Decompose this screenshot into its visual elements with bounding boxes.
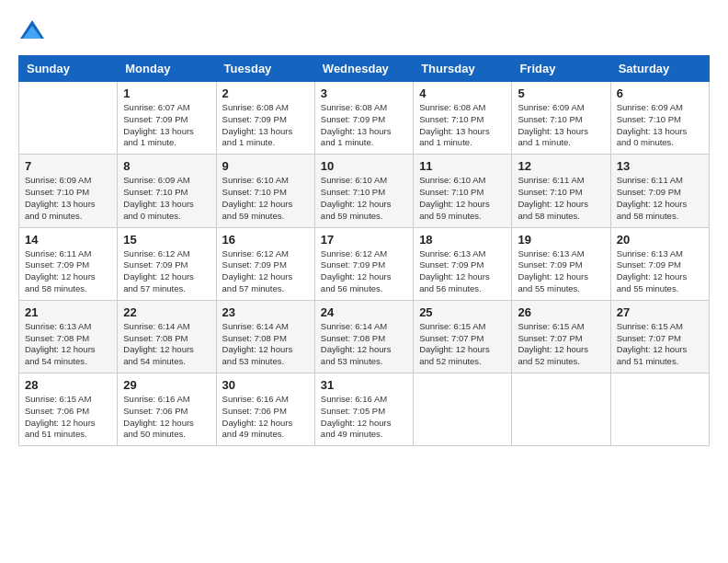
day-info: Sunrise: 6:12 AM Sunset: 7:09 PM Dayligh… <box>123 248 210 295</box>
day-info: Sunrise: 6:09 AM Sunset: 7:10 PM Dayligh… <box>617 102 703 149</box>
calendar-cell: 13Sunrise: 6:11 AM Sunset: 7:09 PM Dayli… <box>610 155 709 227</box>
weekday-header-sunday: Sunday <box>19 56 118 82</box>
calendar-cell: 19Sunrise: 6:13 AM Sunset: 7:09 PM Dayli… <box>512 227 610 300</box>
calendar-cell <box>19 82 118 155</box>
day-info: Sunrise: 6:12 AM Sunset: 7:09 PM Dayligh… <box>222 248 309 295</box>
day-number: 11 <box>419 159 506 173</box>
day-info: Sunrise: 6:07 AM Sunset: 7:09 PM Dayligh… <box>123 102 210 149</box>
weekday-header-wednesday: Wednesday <box>314 56 413 82</box>
page-header <box>18 18 710 46</box>
calendar-week-row: 21Sunrise: 6:13 AM Sunset: 7:08 PM Dayli… <box>19 300 710 373</box>
weekday-header-saturday: Saturday <box>610 56 709 82</box>
calendar-cell: 1Sunrise: 6:07 AM Sunset: 7:09 PM Daylig… <box>118 82 216 155</box>
day-info: Sunrise: 6:14 AM Sunset: 7:08 PM Dayligh… <box>321 321 407 368</box>
day-number: 14 <box>25 233 111 247</box>
calendar-cell: 17Sunrise: 6:12 AM Sunset: 7:09 PM Dayli… <box>314 227 413 300</box>
calendar-cell: 2Sunrise: 6:08 AM Sunset: 7:09 PM Daylig… <box>216 82 314 155</box>
calendar-week-row: 28Sunrise: 6:15 AM Sunset: 7:06 PM Dayli… <box>19 373 710 446</box>
weekday-header-monday: Monday <box>118 56 216 82</box>
day-number: 16 <box>222 233 309 247</box>
day-info: Sunrise: 6:09 AM Sunset: 7:10 PM Dayligh… <box>123 175 210 222</box>
calendar-cell: 30Sunrise: 6:16 AM Sunset: 7:06 PM Dayli… <box>216 373 314 446</box>
calendar-cell <box>610 373 709 446</box>
calendar-cell: 26Sunrise: 6:15 AM Sunset: 7:07 PM Dayli… <box>512 300 610 373</box>
day-number: 21 <box>25 305 111 319</box>
day-info: Sunrise: 6:11 AM Sunset: 7:09 PM Dayligh… <box>25 248 111 295</box>
day-info: Sunrise: 6:13 AM Sunset: 7:09 PM Dayligh… <box>419 248 506 295</box>
calendar-cell <box>414 373 512 446</box>
day-number: 10 <box>321 159 407 173</box>
weekday-header-tuesday: Tuesday <box>216 56 314 82</box>
weekday-header-friday: Friday <box>512 56 610 82</box>
day-number: 2 <box>222 86 309 100</box>
calendar-cell: 29Sunrise: 6:16 AM Sunset: 7:06 PM Dayli… <box>118 373 216 446</box>
calendar-cell: 22Sunrise: 6:14 AM Sunset: 7:08 PM Dayli… <box>118 300 216 373</box>
calendar-cell: 18Sunrise: 6:13 AM Sunset: 7:09 PM Dayli… <box>414 227 512 300</box>
day-info: Sunrise: 6:10 AM Sunset: 7:10 PM Dayligh… <box>321 175 407 222</box>
calendar-cell: 28Sunrise: 6:15 AM Sunset: 7:06 PM Dayli… <box>19 373 118 446</box>
calendar-cell: 12Sunrise: 6:11 AM Sunset: 7:10 PM Dayli… <box>512 155 610 227</box>
logo-icon <box>18 18 46 46</box>
day-number: 5 <box>518 86 604 100</box>
calendar-cell: 14Sunrise: 6:11 AM Sunset: 7:09 PM Dayli… <box>19 227 118 300</box>
day-number: 17 <box>321 233 407 247</box>
day-info: Sunrise: 6:08 AM Sunset: 7:10 PM Dayligh… <box>419 102 506 149</box>
day-info: Sunrise: 6:09 AM Sunset: 7:10 PM Dayligh… <box>518 102 604 149</box>
calendar-week-row: 1Sunrise: 6:07 AM Sunset: 7:09 PM Daylig… <box>19 82 710 155</box>
day-number: 4 <box>419 86 506 100</box>
day-info: Sunrise: 6:13 AM Sunset: 7:09 PM Dayligh… <box>617 248 703 295</box>
calendar-cell: 21Sunrise: 6:13 AM Sunset: 7:08 PM Dayli… <box>19 300 118 373</box>
day-number: 22 <box>123 305 210 319</box>
day-info: Sunrise: 6:16 AM Sunset: 7:06 PM Dayligh… <box>222 394 309 441</box>
calendar-cell: 31Sunrise: 6:16 AM Sunset: 7:05 PM Dayli… <box>314 373 413 446</box>
day-info: Sunrise: 6:15 AM Sunset: 7:06 PM Dayligh… <box>25 394 111 441</box>
day-info: Sunrise: 6:15 AM Sunset: 7:07 PM Dayligh… <box>617 321 703 368</box>
weekday-header-row: SundayMondayTuesdayWednesdayThursdayFrid… <box>19 56 710 82</box>
day-info: Sunrise: 6:10 AM Sunset: 7:10 PM Dayligh… <box>222 175 309 222</box>
day-info: Sunrise: 6:10 AM Sunset: 7:10 PM Dayligh… <box>419 175 506 222</box>
day-number: 23 <box>222 305 309 319</box>
calendar-cell: 16Sunrise: 6:12 AM Sunset: 7:09 PM Dayli… <box>216 227 314 300</box>
calendar-week-row: 14Sunrise: 6:11 AM Sunset: 7:09 PM Dayli… <box>19 227 710 300</box>
day-number: 19 <box>518 233 604 247</box>
calendar-cell: 11Sunrise: 6:10 AM Sunset: 7:10 PM Dayli… <box>414 155 512 227</box>
day-number: 15 <box>123 233 210 247</box>
day-info: Sunrise: 6:08 AM Sunset: 7:09 PM Dayligh… <box>222 102 309 149</box>
day-number: 24 <box>321 305 407 319</box>
calendar-cell: 7Sunrise: 6:09 AM Sunset: 7:10 PM Daylig… <box>19 155 118 227</box>
day-number: 27 <box>617 305 703 319</box>
calendar-cell: 25Sunrise: 6:15 AM Sunset: 7:07 PM Dayli… <box>414 300 512 373</box>
calendar-cell: 6Sunrise: 6:09 AM Sunset: 7:10 PM Daylig… <box>610 82 709 155</box>
day-info: Sunrise: 6:15 AM Sunset: 7:07 PM Dayligh… <box>419 321 506 368</box>
day-number: 6 <box>617 86 703 100</box>
day-number: 9 <box>222 159 309 173</box>
day-number: 28 <box>25 378 111 392</box>
day-info: Sunrise: 6:13 AM Sunset: 7:08 PM Dayligh… <box>25 321 111 368</box>
calendar-cell: 24Sunrise: 6:14 AM Sunset: 7:08 PM Dayli… <box>314 300 413 373</box>
day-info: Sunrise: 6:15 AM Sunset: 7:07 PM Dayligh… <box>518 321 604 368</box>
day-info: Sunrise: 6:13 AM Sunset: 7:09 PM Dayligh… <box>518 248 604 295</box>
day-number: 12 <box>518 159 604 173</box>
calendar-table: SundayMondayTuesdayWednesdayThursdayFrid… <box>18 55 710 446</box>
day-info: Sunrise: 6:09 AM Sunset: 7:10 PM Dayligh… <box>25 175 111 222</box>
day-info: Sunrise: 6:11 AM Sunset: 7:10 PM Dayligh… <box>518 175 604 222</box>
day-number: 20 <box>617 233 703 247</box>
day-number: 29 <box>123 378 210 392</box>
day-info: Sunrise: 6:12 AM Sunset: 7:09 PM Dayligh… <box>321 248 407 295</box>
day-info: Sunrise: 6:16 AM Sunset: 7:06 PM Dayligh… <box>123 394 210 441</box>
day-number: 31 <box>321 378 407 392</box>
calendar-cell: 8Sunrise: 6:09 AM Sunset: 7:10 PM Daylig… <box>118 155 216 227</box>
day-info: Sunrise: 6:08 AM Sunset: 7:09 PM Dayligh… <box>321 102 407 149</box>
day-number: 30 <box>222 378 309 392</box>
calendar-cell: 23Sunrise: 6:14 AM Sunset: 7:08 PM Dayli… <box>216 300 314 373</box>
calendar-cell: 9Sunrise: 6:10 AM Sunset: 7:10 PM Daylig… <box>216 155 314 227</box>
calendar-cell: 20Sunrise: 6:13 AM Sunset: 7:09 PM Dayli… <box>610 227 709 300</box>
day-number: 1 <box>123 86 210 100</box>
calendar-cell: 3Sunrise: 6:08 AM Sunset: 7:09 PM Daylig… <box>314 82 413 155</box>
logo <box>18 18 50 46</box>
day-number: 25 <box>419 305 506 319</box>
day-number: 13 <box>617 159 703 173</box>
day-number: 8 <box>123 159 210 173</box>
calendar-cell: 5Sunrise: 6:09 AM Sunset: 7:10 PM Daylig… <box>512 82 610 155</box>
day-number: 3 <box>321 86 407 100</box>
